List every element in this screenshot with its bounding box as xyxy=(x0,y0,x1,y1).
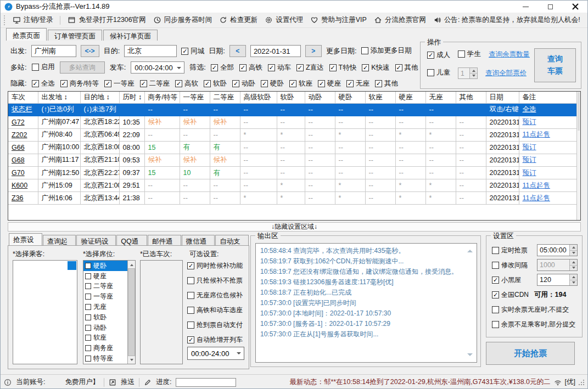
filter-checkbox[interactable]: ✓其他 xyxy=(395,63,418,72)
hide-checkbox[interactable]: ✓商务/特等 xyxy=(60,79,99,88)
settings-tab-抢票设置[interactable]: 抢票设置 xyxy=(9,233,42,246)
column-header[interactable]: 高级软卧 xyxy=(240,92,277,103)
column-header[interactable]: 无座 xyxy=(425,92,456,103)
scroll-up-icon[interactable] xyxy=(128,261,135,268)
filter-checkbox[interactable]: ✓Z直达 xyxy=(296,63,324,72)
hide-checkbox[interactable]: ✓硬卧 xyxy=(261,79,284,88)
settings-checkbox[interactable]: ✓全国CDN xyxy=(492,290,529,300)
hide-checkbox[interactable]: ✓无座 xyxy=(346,79,369,88)
status-row[interactable]: 状态栏(↑)已选0列(↓)未选7列--------------------双击/… xyxy=(8,103,576,116)
hide-checkbox[interactable]: ✓软座 xyxy=(289,79,312,88)
book-link[interactable]: 11点起售 xyxy=(519,192,576,205)
column-header[interactable]: 二等座 xyxy=(210,92,240,103)
prev-date-button[interactable]: < xyxy=(229,45,246,57)
column-header[interactable]: 硬座 xyxy=(395,92,425,103)
child-checkbox[interactable]: 儿童 xyxy=(427,68,450,77)
scroll-down-icon[interactable] xyxy=(128,356,135,364)
menu-item-6[interactable]: 赞助与注册VIP xyxy=(310,15,367,25)
tab-抢票页面[interactable]: 抢票页面 xyxy=(6,28,47,41)
train-number-link[interactable]: G70 xyxy=(8,166,38,179)
column-header[interactable]: 软卧 xyxy=(277,92,305,103)
depart-input[interactable]: 广州南 xyxy=(31,45,76,57)
hide-checkbox[interactable]: ✓其他 xyxy=(375,79,398,88)
date-input[interactable]: 2022-01-31 xyxy=(250,45,301,57)
book-link[interactable]: 11点起售 xyxy=(519,128,576,141)
option-checkbox[interactable]: 抢到票自动支付 xyxy=(187,320,243,330)
add-more-dates-checkbox[interactable]: 添加更多日期 xyxy=(361,46,412,55)
book-link[interactable]: 预订 xyxy=(519,141,576,154)
hide-checkbox[interactable]: ✓二等座 xyxy=(140,79,170,88)
option-checkbox[interactable]: 无座席位也候补 xyxy=(187,291,243,300)
status-cell[interactable]: 状态栏 xyxy=(8,103,38,116)
table-row[interactable]: G70广州南12:50北京西22:2709:371510有-----------… xyxy=(8,166,576,179)
column-header[interactable]: 商务/特等 xyxy=(144,92,180,103)
table-row[interactable]: G68广州南11:17北京西21:1009:53候补候补候补----------… xyxy=(8,154,576,166)
menu-item-4[interactable]: 检查更新 xyxy=(219,15,257,25)
scroll-down-icon[interactable] xyxy=(467,353,473,359)
train-number-link[interactable]: G66 xyxy=(8,141,38,154)
column-header[interactable]: 软座 xyxy=(365,92,395,103)
multi-enable-checkbox[interactable]: 启用 xyxy=(32,63,55,72)
swap-stations-button[interactable]: <-> xyxy=(81,45,99,57)
maximize-button[interactable] xyxy=(538,1,563,13)
settings-value[interactable]: 120 xyxy=(537,274,569,285)
depart-time-select[interactable]: 00:00-24:00 xyxy=(131,61,184,74)
hide-checkbox[interactable]: ✓动卧 xyxy=(232,79,255,88)
book-link[interactable]: 预订 xyxy=(519,116,576,128)
dest-input[interactable]: 北京 xyxy=(124,45,177,57)
spinner-arrows-icon[interactable] xyxy=(469,68,477,78)
seat-scrollbar[interactable] xyxy=(127,261,135,364)
train-number-link[interactable]: G68 xyxy=(8,154,38,166)
book-link[interactable]: 预订 xyxy=(519,154,576,166)
hide-checkbox[interactable]: ✓软卧 xyxy=(204,79,227,88)
tab-候补订单页面[interactable]: 候补订单页面 xyxy=(103,30,158,41)
hide-checkbox[interactable]: ✓硬座 xyxy=(318,79,341,88)
close-button[interactable] xyxy=(563,1,587,13)
column-header[interactable]: 一等座 xyxy=(180,92,210,103)
settings-tab-QQ通知[interactable]: QQ通知 xyxy=(116,235,147,246)
table-row[interactable]: Z36广州16:06北京西13:4421:38------**--*--**--… xyxy=(8,192,576,205)
settings-value[interactable]: 05:00:00 xyxy=(537,245,569,256)
hide-settings-divider[interactable]: ↓隐藏设置区域↓ xyxy=(8,222,581,232)
seat-option[interactable]: 特等座 xyxy=(83,353,127,364)
query-tickets-button[interactable]: 查询 车票 xyxy=(534,48,576,82)
settings-tab-验证码设置[interactable]: 验证码设置 xyxy=(76,235,116,246)
column-header[interactable]: 备注 xyxy=(519,92,576,103)
next-date-button[interactable]: > xyxy=(305,45,322,57)
hide-checkbox[interactable]: ✓全选 xyxy=(32,79,55,88)
menu-item-5[interactable]: 设置代理 xyxy=(265,15,303,25)
spinner-arrows-icon[interactable] xyxy=(569,245,577,256)
settings-checkbox[interactable]: 实时余票无座时,不提交 xyxy=(492,305,569,314)
seat-option[interactable]: 硬座 xyxy=(83,271,127,281)
menu-item-1[interactable]: 注销/登录 xyxy=(13,15,53,25)
filter-checkbox[interactable]: ✓动车 xyxy=(268,63,291,72)
minimize-button[interactable] xyxy=(513,1,538,13)
student-checkbox[interactable]: 学生 xyxy=(458,49,481,59)
settings-value[interactable]: 1000 xyxy=(537,260,569,270)
settings-checkbox[interactable]: 余票不足乘客时,部分提交 xyxy=(492,320,575,329)
settings-value-stepper[interactable]: 05:00:00 xyxy=(537,244,578,256)
column-header[interactable]: 目的地 ↕ xyxy=(80,92,119,103)
spinner-arrows-icon[interactable] xyxy=(569,260,577,270)
filter-checkbox[interactable]: ✓T特快 xyxy=(329,63,357,72)
settings-checkbox[interactable]: 修改间隔 xyxy=(492,261,528,270)
settings-tab-微信通知[interactable]: 微信通知 xyxy=(182,235,215,246)
settings-tab-自动支付[interactable]: 自动支付 xyxy=(215,235,249,246)
tab-订单管理页面[interactable]: 订单管理页面 xyxy=(48,30,102,41)
filter-checkbox[interactable]: ✓K快速 xyxy=(362,63,389,72)
settings-value-stepper[interactable]: 120 xyxy=(537,274,578,286)
table-scrollbar-thumb[interactable] xyxy=(578,92,580,131)
resize-grip[interactable] xyxy=(579,380,584,385)
hide-checkbox[interactable]: ✓高软 xyxy=(175,79,198,88)
book-link[interactable]: 预订 xyxy=(519,166,576,179)
option-checkbox[interactable]: ✓自动抢增开列车 xyxy=(187,335,243,345)
train-number-link[interactable]: K600 xyxy=(8,179,38,192)
menu-item-7[interactable]: 分流抢票官网 xyxy=(374,15,426,25)
seat-option[interactable]: 无座 xyxy=(83,302,127,312)
passenger-list[interactable] xyxy=(13,260,77,364)
start-grab-button[interactable]: 开始抢票 xyxy=(486,342,575,365)
settings-value-stepper[interactable]: 1000 xyxy=(537,259,578,271)
seat-option[interactable]: 商务座 xyxy=(83,343,127,353)
spinner-arrows-icon[interactable] xyxy=(569,274,577,285)
table-row[interactable]: K600广州15:09北京西21:0029:51--------*--*--**… xyxy=(8,179,576,192)
